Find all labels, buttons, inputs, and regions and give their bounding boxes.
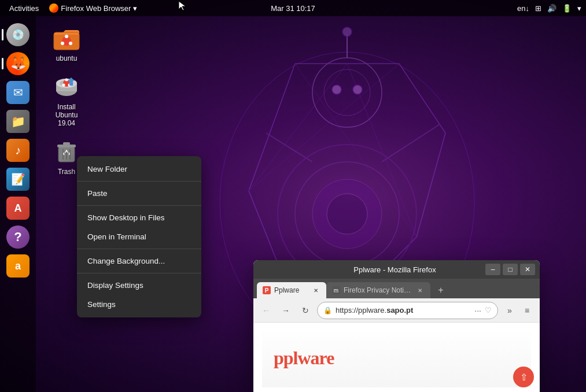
svg-point-23: [327, 194, 367, 234]
svg-point-12: [312, 58, 382, 127]
dock-item-files[interactable]: 📁: [5, 109, 31, 134]
dock-item-email[interactable]: ✉: [5, 80, 31, 105]
separator-2: [77, 205, 201, 206]
window-controls: – □ ✕: [485, 264, 535, 275]
dock-item-writer[interactable]: 📝: [5, 167, 31, 192]
install-ubuntu-image: [53, 73, 80, 101]
app-chevron-icon: ▾: [133, 4, 137, 13]
pplware-tab[interactable]: P Pplware ✕: [257, 282, 326, 298]
trash-image: [53, 138, 80, 165]
usb-icon: 💿: [6, 23, 30, 46]
firefox-tabs-bar: P Pplware ✕ m Firefox Privacy Notice – ✕…: [253, 279, 540, 298]
pplware-tab-label: Pplware: [274, 286, 308, 294]
network-icon[interactable]: ⊞: [535, 4, 541, 13]
svg-point-17: [353, 85, 362, 94]
topbar-right: en↓ ⊞ 🔊 🔋 ▾: [517, 4, 581, 13]
address-bar[interactable]: 🔒 https://pplware.sapo.pt ··· ♡: [317, 302, 498, 319]
dock-item-help[interactable]: ?: [5, 224, 31, 250]
extensions-button[interactable]: »: [502, 302, 518, 319]
svg-line-19: [382, 124, 440, 162]
separator-3: [77, 249, 201, 249]
files-icon: 📁: [6, 110, 30, 133]
dock-item-amazon[interactable]: a: [5, 253, 31, 279]
maximize-button[interactable]: □: [503, 264, 518, 275]
minimize-button[interactable]: –: [485, 264, 500, 275]
firefox-title-label: Pplware - Mozilla Firefox: [304, 265, 485, 274]
locale-label[interactable]: en↓: [517, 4, 529, 13]
dock-item-firefox[interactable]: 🦊: [5, 51, 31, 76]
email-icon: ✉: [6, 81, 30, 104]
firefox-window: Pplware - Mozilla Firefox – □ ✕ P Pplwar…: [253, 260, 540, 392]
forward-button[interactable]: →: [278, 302, 294, 319]
dock: 💿 🦊 ✉ 📁 ♪ 📝 A ? a: [0, 16, 36, 392]
ubuntu-folder-image: [53, 24, 80, 52]
nav-right-buttons: » ≡: [502, 302, 535, 319]
new-tab-button[interactable]: +: [433, 282, 449, 298]
context-show-desktop[interactable]: Show Desktop in Files: [77, 208, 201, 227]
firefox-titlebar: Pplware - Mozilla Firefox – □ ✕: [253, 260, 540, 279]
privacy-favicon: m: [332, 286, 340, 294]
amazon-icon: a: [6, 254, 30, 278]
svg-point-39: [62, 84, 65, 87]
pplware-page: pplware: [262, 328, 531, 387]
system-menu-icon[interactable]: ▾: [577, 4, 581, 13]
topbar: Activities Firefox Web Browser ▾ Mar 31 …: [0, 0, 586, 16]
datetime-label: Mar 31 10:17: [271, 4, 315, 13]
back-button[interactable]: ←: [258, 302, 274, 319]
svg-point-31: [61, 42, 64, 45]
install-ubuntu-icon[interactable]: Install Ubuntu 19.04: [43, 71, 90, 130]
pplware-tab-close[interactable]: ✕: [311, 286, 320, 295]
context-menu: New Folder Paste Show Desktop in Files O…: [77, 156, 201, 317]
dock-item-appstore[interactable]: A: [5, 195, 31, 221]
privacy-tab-label: Firefox Privacy Notice –: [344, 286, 412, 294]
separator-1: [77, 181, 201, 182]
volume-icon[interactable]: 🔊: [547, 4, 556, 13]
context-change-background[interactable]: Change Background...: [77, 252, 201, 271]
reload-button[interactable]: ↻: [297, 302, 314, 319]
help-icon: ?: [6, 225, 30, 249]
firefox-dock-icon: 🦊: [6, 52, 30, 75]
pplware-favicon: P: [263, 286, 271, 294]
dock-item-usb[interactable]: 💿: [5, 22, 31, 47]
svg-point-13: [324, 69, 370, 116]
privacy-tab[interactable]: m Firefox Privacy Notice – ✕: [326, 282, 430, 298]
desktop-icons: ubuntu Install Ubuntu 19.04: [43, 22, 90, 178]
current-app[interactable]: Firefox Web Browser ▾: [46, 3, 141, 13]
ubuntu-folder-label: ubuntu: [56, 54, 78, 62]
context-new-folder[interactable]: New Folder: [77, 160, 201, 179]
battery-icon[interactable]: 🔋: [562, 4, 572, 13]
appstore-icon: A: [6, 197, 30, 220]
menu-button[interactable]: ≡: [519, 302, 535, 319]
svg-point-16: [332, 85, 341, 94]
lock-icon: 🔒: [323, 306, 332, 315]
svg-line-18: [266, 133, 312, 162]
svg-line-11: [249, 64, 399, 191]
context-display-settings[interactable]: Display Settings: [77, 276, 201, 295]
svg-point-37: [65, 79, 68, 82]
svg-line-2: [399, 64, 445, 133]
dock-item-rhythmbox[interactable]: ♪: [5, 138, 31, 163]
close-button[interactable]: ✕: [520, 264, 535, 275]
svg-line-9: [249, 64, 347, 191]
bookmark-icon[interactable]: ♡: [485, 306, 492, 315]
privacy-tab-close[interactable]: ✕: [415, 286, 425, 295]
activities-button[interactable]: Activities: [5, 4, 43, 13]
writer-icon: 📝: [6, 168, 30, 191]
svg-point-30: [69, 42, 72, 45]
firefox-navbar: ← → ↻ 🔒 https://pplware.sapo.pt ··· ♡ » …: [253, 298, 540, 323]
page-info-button[interactable]: ···: [474, 306, 481, 315]
svg-line-7: [249, 64, 295, 191]
rhythmbox-icon: ♪: [6, 139, 30, 162]
app-name-label: Firefox Web Browser: [61, 4, 131, 13]
topbar-clock[interactable]: Mar 31 10:17: [271, 4, 315, 13]
ubuntu-home-icon[interactable]: ubuntu: [43, 22, 90, 65]
context-open-terminal[interactable]: Open in Terminal: [77, 227, 201, 246]
separator-4: [77, 273, 201, 273]
svg-point-29: [65, 35, 68, 38]
pplware-logo: pplware: [274, 347, 334, 369]
context-settings[interactable]: Settings: [77, 295, 201, 314]
scroll-to-top-button[interactable]: ⇧: [513, 367, 534, 387]
topbar-left: Activities Firefox Web Browser ▾: [5, 3, 141, 13]
trash-label: Trash: [58, 168, 75, 176]
context-paste[interactable]: Paste: [77, 184, 201, 203]
